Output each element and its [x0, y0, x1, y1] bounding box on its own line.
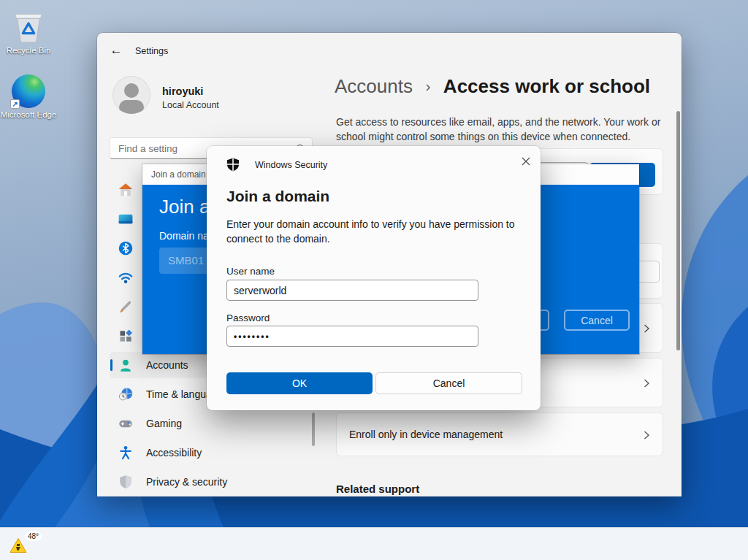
dialog-description: Enter your domain account info to verify… [226, 218, 524, 246]
username-input[interactable] [226, 280, 478, 301]
breadcrumb: Accounts › Access work or school [335, 75, 650, 98]
sidebar-item-label: Accessibility [146, 447, 202, 459]
flyout-cancel-button[interactable]: Cancel [564, 310, 630, 331]
chevron-right-icon [641, 377, 652, 389]
sidebar-item-label: Accounts [146, 359, 188, 371]
apps-icon [118, 329, 133, 343]
accessibility-icon [118, 445, 133, 460]
wifi-icon [118, 270, 133, 285]
sidebar-item-privacy[interactable]: Privacy & security [110, 469, 307, 495]
recycle-bin-icon [10, 6, 47, 44]
chevron-right-icon [641, 429, 652, 441]
edge-icon: ↗ [12, 74, 45, 108]
system-icon [118, 212, 133, 226]
bluetooth-icon [118, 241, 133, 256]
recycle-bin-label: Recycle Bin [0, 46, 57, 55]
user-name: hiroyuki [162, 85, 203, 97]
window-title: Settings [135, 46, 168, 56]
sidebar-item-gaming[interactable]: Gaming [110, 410, 307, 437]
page-description: Get access to resources like email, apps… [336, 115, 662, 144]
sidebar-item-label: Gaming [146, 418, 182, 429]
privacy-shield-icon [118, 475, 133, 489]
shortcut-arrow-icon: ↗ [10, 99, 20, 109]
password-input[interactable] [226, 326, 478, 347]
related-support-heading: Related support [336, 483, 419, 495]
weather-temp: 48° [25, 532, 42, 541]
password-label: Password [226, 312, 270, 323]
sidebar-item-label: Privacy & security [146, 476, 227, 488]
windows-security-dialog: Windows Security Join a domain Enter you… [207, 146, 541, 410]
enroll-row-label: Enroll only in device management [349, 429, 503, 440]
brush-icon [118, 299, 133, 314]
desktop: Recycle Bin ↗ Microsoft Edge ← Settings … [0, 0, 748, 560]
back-button[interactable]: ← [107, 43, 125, 58]
page-scrollbar[interactable] [676, 111, 680, 350]
edge-label: Microsoft Edge [0, 110, 57, 120]
weather-alert-icon [9, 537, 27, 553]
avatar[interactable] [112, 76, 150, 114]
weather-widget[interactable]: 48° [4, 530, 56, 559]
edge-shortcut[interactable]: ↗ Microsoft Edge [0, 74, 57, 120]
breadcrumb-parent[interactable]: Accounts [335, 75, 413, 97]
ok-button[interactable]: OK [226, 372, 373, 394]
recycle-bin-shortcut[interactable]: Recycle Bin [0, 6, 57, 55]
selected-indicator [110, 359, 112, 371]
user-account-type: Local Account [162, 100, 219, 110]
security-app-name: Windows Security [255, 160, 327, 170]
accounts-icon [118, 358, 133, 372]
time-language-icon [118, 387, 133, 402]
dialog-close-icon[interactable] [518, 153, 534, 169]
home-icon [118, 183, 133, 197]
sidebar-item-accessibility[interactable]: Accessibility [110, 440, 307, 466]
breadcrumb-separator-icon: › [425, 77, 430, 94]
windows-security-shield-icon [226, 158, 240, 172]
card-enroll[interactable]: Enroll only in device management [336, 413, 663, 456]
page-title: Access work or school [443, 75, 650, 97]
username-label: User name [226, 266, 275, 277]
cancel-button[interactable]: Cancel [375, 372, 522, 394]
chevron-right-icon [641, 323, 652, 334]
sidebar-scrollbar[interactable] [312, 413, 315, 446]
taskbar: 48° [0, 527, 748, 560]
gaming-icon [118, 416, 133, 431]
dialog-heading: Join a domain [226, 188, 329, 205]
